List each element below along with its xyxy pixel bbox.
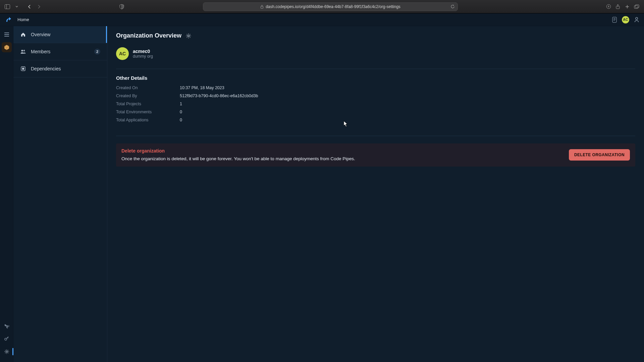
svg-point-17 xyxy=(21,50,23,51)
svg-rect-6 xyxy=(635,5,639,8)
rail-hamburger-icon[interactable] xyxy=(2,29,12,40)
rail-key-icon[interactable] xyxy=(2,334,12,344)
rail-settings-icon[interactable] xyxy=(2,347,12,357)
svg-point-21 xyxy=(187,35,189,37)
nav-forward-button[interactable] xyxy=(35,3,43,11)
detail-label: Created By xyxy=(116,94,180,98)
org-identity: AC acmec0 dummy org xyxy=(116,47,635,60)
org-subtitle: dummy org xyxy=(133,54,153,59)
user-menu-icon[interactable] xyxy=(634,17,639,23)
share-icon[interactable] xyxy=(614,3,622,11)
svg-point-16 xyxy=(6,351,7,353)
new-tab-icon[interactable] xyxy=(623,3,631,11)
main-content: Organization Overview AC acmec0 dummy or… xyxy=(107,26,644,362)
sidebar: Overview Members 2 Dependencies xyxy=(13,26,107,362)
sidebar-item-dependencies[interactable]: Dependencies xyxy=(13,60,107,77)
other-details-heading: Other Details xyxy=(116,75,635,81)
svg-point-15 xyxy=(5,338,7,340)
users-icon xyxy=(20,49,26,55)
address-bar-text: dash.codepipes.io/org/d4f4ddbe-69ea-44b7… xyxy=(266,4,400,9)
detail-label: Created On xyxy=(116,85,180,90)
tabs-icon[interactable] xyxy=(633,3,641,11)
divider xyxy=(116,69,635,69)
delete-organization-button[interactable]: DELETE ORGANIZATION xyxy=(569,149,630,161)
page-title: Organization Overview xyxy=(116,32,181,39)
detail-value: 0 xyxy=(180,118,635,122)
sidebar-toggle-icon[interactable] xyxy=(3,3,11,11)
home-icon xyxy=(20,32,26,38)
detail-label: Total Projects xyxy=(116,102,180,106)
privacy-shield-icon[interactable] xyxy=(118,3,126,11)
sidebar-item-label: Members xyxy=(31,49,90,54)
rail-terraform-icon[interactable] xyxy=(2,321,12,331)
detail-value: 10:37 PM, 18 May 2023 xyxy=(180,85,635,90)
app-header: Home AC xyxy=(0,13,644,26)
svg-rect-0 xyxy=(5,4,10,9)
danger-zone: Delete organization Once the organizatio… xyxy=(116,136,635,167)
icon-rail xyxy=(0,26,13,362)
details-grid: Created On 10:37 PM, 18 May 2023 Created… xyxy=(116,85,635,122)
reload-icon[interactable] xyxy=(450,4,455,9)
sidebar-item-label: Overview xyxy=(31,32,100,37)
browser-chrome: dash.codepipes.io/org/d4f4ddbe-69ea-44b7… xyxy=(0,0,644,13)
detail-value: 1 xyxy=(180,102,635,106)
lock-icon xyxy=(260,5,264,9)
detail-label: Total Environments xyxy=(116,110,180,114)
nav-back-button[interactable] xyxy=(25,3,34,11)
members-count-badge: 2 xyxy=(94,49,100,55)
danger-description: Once the organization is deleted, it wil… xyxy=(121,156,562,161)
docs-icon[interactable] xyxy=(612,17,617,23)
danger-title: Delete organization xyxy=(121,148,562,154)
detail-value: 512f9d73-b790-4cd0-86ec-e6a162cb0d3b xyxy=(180,94,635,98)
org-name: acmec0 xyxy=(133,49,153,54)
address-bar[interactable]: dash.codepipes.io/org/d4f4ddbe-69ea-44b7… xyxy=(203,2,458,11)
rail-project-icon[interactable] xyxy=(2,42,12,52)
sidebar-item-label: Dependencies xyxy=(31,66,100,71)
svg-point-18 xyxy=(23,50,25,52)
download-icon[interactable] xyxy=(604,3,612,11)
svg-point-11 xyxy=(636,17,638,19)
dependencies-icon xyxy=(20,66,26,72)
detail-label: Total Applications xyxy=(116,118,180,122)
chevron-down-icon[interactable] xyxy=(13,3,21,11)
app-logo-icon[interactable] xyxy=(5,16,12,23)
org-avatar: AC xyxy=(116,47,129,60)
breadcrumb-home[interactable]: Home xyxy=(17,17,29,22)
sidebar-item-members[interactable]: Members 2 xyxy=(13,43,107,60)
svg-rect-2 xyxy=(261,6,263,8)
user-avatar[interactable]: AC xyxy=(622,16,629,23)
gear-icon[interactable] xyxy=(185,33,192,39)
svg-rect-7 xyxy=(612,17,616,22)
detail-value: 0 xyxy=(180,110,635,114)
sidebar-item-overview[interactable]: Overview xyxy=(13,26,107,43)
svg-rect-5 xyxy=(634,5,638,8)
svg-rect-20 xyxy=(22,68,24,70)
